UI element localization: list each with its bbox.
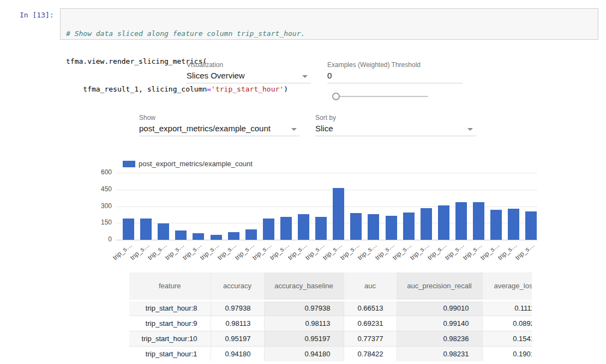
table-cell: trip_start_hour:1 bbox=[129, 346, 211, 361]
code-paren: ) bbox=[284, 85, 288, 93]
cell-prompt: In [13]: bbox=[20, 11, 54, 19]
slider-thumb[interactable] bbox=[332, 93, 340, 100]
table-cell: 0.97938 bbox=[211, 300, 264, 316]
table-cell: 0.1901 bbox=[482, 346, 532, 361]
bar-chart: 0150300450600trip_s…trip_s…trip_s…trip_s… bbox=[116, 173, 537, 240]
table-cell: 0.95197 bbox=[211, 331, 264, 346]
bar[interactable] bbox=[525, 211, 537, 240]
bar[interactable] bbox=[140, 219, 152, 240]
page: In [13]: # Show data sliced along featur… bbox=[0, 0, 606, 364]
slider-track[interactable] bbox=[332, 96, 428, 97]
bar[interactable] bbox=[315, 217, 327, 240]
bar[interactable] bbox=[350, 213, 362, 240]
code-string: 'trip_start_hour' bbox=[211, 85, 284, 93]
column-header[interactable]: accuracy_baseline bbox=[264, 272, 344, 300]
sort-by-dropdown[interactable]: Slice bbox=[315, 123, 476, 136]
bar[interactable] bbox=[455, 202, 467, 240]
y-axis-tick-label: 300 bbox=[90, 202, 112, 210]
threshold-slider[interactable] bbox=[332, 92, 428, 101]
column-header[interactable]: auc bbox=[344, 272, 397, 300]
bar[interactable] bbox=[245, 229, 257, 240]
code-line-3: tfma_result_1, slicing_column='trip_star… bbox=[66, 84, 592, 94]
bar[interactable] bbox=[438, 205, 449, 240]
gridline bbox=[116, 240, 537, 240]
bar[interactable] bbox=[263, 219, 274, 240]
table-cell: 0.1541 bbox=[482, 331, 532, 346]
y-axis-tick-label: 450 bbox=[90, 185, 112, 193]
bar[interactable] bbox=[490, 210, 502, 240]
table-cell: 0.98236 bbox=[397, 331, 482, 346]
threshold-value: 0 bbox=[327, 70, 463, 82]
table-cell: 0.99140 bbox=[397, 316, 482, 331]
bar[interactable] bbox=[123, 219, 134, 240]
visualization-dropdown[interactable]: Slices Overview bbox=[187, 70, 311, 83]
y-axis-tick-label: 600 bbox=[90, 168, 112, 176]
bar[interactable] bbox=[298, 214, 309, 240]
bar[interactable] bbox=[386, 216, 397, 240]
table-cell: 0.95197 bbox=[264, 331, 344, 346]
gridline bbox=[116, 190, 537, 190]
bar[interactable] bbox=[228, 232, 239, 240]
metrics-table: featureaccuracyaccuracy_baselineaucauc_p… bbox=[129, 272, 532, 364]
table-row[interactable]: trip_start_hour:80.979380.979380.665130.… bbox=[129, 300, 532, 316]
chevron-down-icon bbox=[291, 128, 297, 131]
table-cell: trip_start_hour:10 bbox=[129, 331, 211, 346]
table-row[interactable]: trip_start_hour:10.941800.941800.784220.… bbox=[129, 346, 532, 361]
y-axis-tick-label: 0 bbox=[90, 235, 112, 243]
code-line-1: # Show data sliced along feature column … bbox=[66, 29, 592, 38]
show-metric-dropdown[interactable]: post_export_metrics/example_count bbox=[139, 123, 300, 136]
column-header[interactable]: auc_precision_recall bbox=[397, 272, 482, 300]
visualization-label: Visualization bbox=[187, 61, 223, 69]
table-cell: 0.78422 bbox=[344, 346, 397, 361]
bar[interactable] bbox=[193, 233, 204, 240]
table-cell: 0.97938 bbox=[264, 300, 344, 316]
table-cell: trip_start_hour:9 bbox=[129, 316, 211, 331]
table-row[interactable]: trip_start_hour:100.951970.951970.773770… bbox=[129, 331, 532, 346]
chevron-down-icon bbox=[467, 128, 473, 131]
gridline bbox=[116, 173, 537, 173]
code-text: tfma_result_1, slicing_column bbox=[66, 85, 207, 93]
column-header[interactable]: feature bbox=[129, 272, 211, 300]
sort-by-value: Slice bbox=[315, 123, 476, 135]
chevron-down-icon bbox=[302, 75, 308, 78]
table-cell: 0.94180 bbox=[264, 346, 344, 361]
table-cell: 0.66513 bbox=[344, 300, 397, 316]
table-cell: 0.98113 bbox=[264, 316, 344, 331]
bar[interactable] bbox=[421, 208, 432, 240]
table-cell: 0.69231 bbox=[344, 316, 397, 331]
code-comment: # Show data sliced along feature column … bbox=[66, 29, 305, 38]
table-cell: 0.99010 bbox=[397, 300, 482, 316]
code-cell[interactable]: # Show data sliced along feature column … bbox=[60, 8, 598, 40]
threshold-input[interactable]: 0 bbox=[327, 70, 463, 83]
bar[interactable] bbox=[473, 202, 484, 240]
bar[interactable] bbox=[333, 188, 344, 240]
legend-label: post_export_metrics/example_count bbox=[139, 160, 253, 168]
threshold-label: Examples (Weighted) Threshold bbox=[327, 61, 421, 69]
table-header-row: featureaccuracyaccuracy_baselineaucauc_p… bbox=[129, 272, 532, 300]
column-header[interactable]: average_loss bbox=[482, 272, 532, 300]
table-cell: 0.98231 bbox=[397, 346, 482, 361]
table-cell: 0.1111 bbox=[482, 300, 532, 316]
column-header[interactable]: accuracy bbox=[211, 272, 264, 300]
legend-swatch bbox=[123, 161, 135, 167]
code-operator: = bbox=[207, 85, 211, 93]
table-cell: 0.98113 bbox=[211, 316, 264, 331]
bar[interactable] bbox=[368, 214, 379, 240]
show-metric-value: post_export_metrics/example_count bbox=[139, 123, 300, 135]
code-text: tfma.view.render_slicing_metrics( bbox=[66, 57, 207, 65]
bar[interactable] bbox=[158, 223, 169, 240]
bar[interactable] bbox=[280, 217, 292, 240]
bar[interactable] bbox=[175, 230, 187, 240]
y-axis-tick-label: 150 bbox=[90, 219, 112, 226]
table-row[interactable]: trip_start_hour:90.981130.981130.692310.… bbox=[129, 316, 532, 331]
table-cell: trip_start_hour:8 bbox=[129, 300, 211, 316]
bar[interactable] bbox=[403, 213, 415, 240]
visualization-value: Slices Overview bbox=[187, 70, 311, 82]
show-label: Show bbox=[139, 114, 155, 122]
table-cell: 0.0892 bbox=[482, 316, 532, 331]
table-cell: 0.94180 bbox=[211, 346, 264, 361]
sort-by-label: Sort by bbox=[315, 114, 336, 122]
table-cell: 0.77377 bbox=[344, 331, 397, 346]
bar[interactable] bbox=[508, 209, 519, 240]
bar[interactable] bbox=[211, 235, 222, 240]
